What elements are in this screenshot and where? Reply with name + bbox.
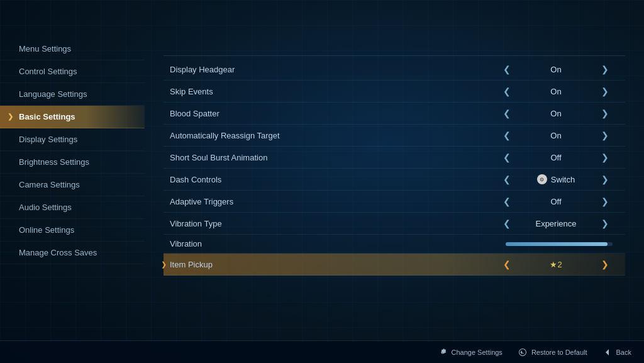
setting-row-adaptive-triggers: Adaptive Triggers❮Off❯ xyxy=(164,191,625,213)
bottom-action-label-restore-default: Restore to Default xyxy=(531,349,587,356)
arrow-left-blood-spatter[interactable]: ❮ xyxy=(499,107,514,120)
switch-icon: ⊙ xyxy=(537,174,547,184)
setting-label-vibration-type: Vibration Type xyxy=(170,219,358,228)
setting-value-skip-events: On xyxy=(525,87,587,96)
setting-label-display-headgear: Display Headgear xyxy=(170,65,358,74)
setting-control-item-pickup: ❮★2❯ xyxy=(493,258,619,271)
arrow-left-dash-controls[interactable]: ❮ xyxy=(499,173,514,186)
restore-icon xyxy=(518,347,528,357)
sidebar-item-manage-cross-saves[interactable]: Manage Cross Saves xyxy=(0,242,145,264)
sidebar-item-menu-settings[interactable]: Menu Settings xyxy=(0,38,145,60)
arrow-right-display-headgear[interactable]: ❯ xyxy=(597,63,613,75)
setting-control-blood-spatter: ❮On❯ xyxy=(493,107,619,120)
setting-control-dash-controls: ❮⊙Switch❯ xyxy=(493,173,619,186)
setting-value-vibration-type: Experience xyxy=(525,219,587,228)
setting-label-short-soul-burst: Short Soul Burst Animation xyxy=(170,153,358,162)
setting-row-auto-reassign: Automatically Reassign Target❮On❯ xyxy=(164,125,625,147)
setting-control-vibration-type: ❮Experience❯ xyxy=(493,217,619,230)
setting-row-short-soul-burst: Short Soul Burst Animation❮Off❯ xyxy=(164,147,625,169)
sidebar-item-basic-settings[interactable]: Basic Settings xyxy=(0,106,145,128)
setting-label-dash-controls: Dash Controls xyxy=(170,175,358,184)
setting-control-short-soul-burst: ❮Off❯ xyxy=(493,151,619,164)
setting-control-skip-events: ❮On❯ xyxy=(493,85,619,98)
bottom-action-change-settings[interactable]: Change Settings xyxy=(438,347,502,357)
arrow-right-dash-controls[interactable]: ❯ xyxy=(597,173,613,186)
setting-label-blood-spatter: Blood Spatter xyxy=(170,109,358,118)
setting-control-adaptive-triggers: ❮Off❯ xyxy=(493,195,619,208)
sidebar-item-language-settings[interactable]: Language Settings xyxy=(0,83,145,106)
setting-label-vibration: Vibration xyxy=(170,239,358,249)
arrow-left-item-pickup[interactable]: ❮ xyxy=(499,258,514,271)
setting-label-skip-events: Skip Events xyxy=(170,87,358,96)
setting-label-adaptive-triggers: Adaptive Triggers xyxy=(170,197,358,206)
setting-control-auto-reassign: ❮On❯ xyxy=(493,129,619,142)
main-content: Display Headgear❮On❯Skip Events❮On❯Blood… xyxy=(151,31,638,338)
setting-value-adaptive-triggers: Off xyxy=(525,197,587,206)
arrow-right-blood-spatter[interactable]: ❯ xyxy=(597,107,613,120)
arrow-left-short-soul-burst[interactable]: ❮ xyxy=(499,151,514,164)
setting-label-item-pickup: Item Pickup xyxy=(170,260,358,269)
arrow-right-item-pickup[interactable]: ❯ xyxy=(597,258,613,271)
setting-label-auto-reassign: Automatically Reassign Target xyxy=(170,131,358,140)
bottom-bar: Change SettingsRestore to DefaultBack xyxy=(0,340,644,363)
setting-row-display-headgear: Display Headgear❮On❯ xyxy=(164,59,625,81)
setting-control-vibration xyxy=(493,242,619,246)
sidebar: Menu SettingsControl SettingsLanguage Se… xyxy=(0,31,145,338)
arrow-left-vibration-type[interactable]: ❮ xyxy=(499,217,514,230)
sidebar-item-online-settings[interactable]: Online Settings xyxy=(0,219,145,242)
star-value: ★2 xyxy=(550,260,562,269)
sidebar-item-control-settings[interactable]: Control Settings xyxy=(0,60,145,83)
arrow-left-display-headgear[interactable]: ❮ xyxy=(499,63,514,75)
bottom-action-restore-default[interactable]: Restore to Default xyxy=(518,347,587,357)
back-icon xyxy=(602,347,613,357)
arrow-right-auto-reassign[interactable]: ❯ xyxy=(597,129,613,142)
bottom-action-label-change-settings: Change Settings xyxy=(452,349,502,356)
sidebar-item-display-settings[interactable]: Display Settings xyxy=(0,128,145,151)
setting-value-display-headgear: On xyxy=(525,65,587,74)
sidebar-item-audio-settings[interactable]: Audio Settings xyxy=(0,196,145,219)
arrow-right-short-soul-burst[interactable]: ❯ xyxy=(597,151,613,164)
arrow-left-adaptive-triggers[interactable]: ❮ xyxy=(499,195,514,208)
vibration-slider[interactable] xyxy=(506,242,613,246)
arrow-right-adaptive-triggers[interactable]: ❯ xyxy=(597,195,613,208)
arrow-left-auto-reassign[interactable]: ❮ xyxy=(499,129,514,142)
arrow-left-skip-events[interactable]: ❮ xyxy=(499,85,514,98)
setting-value-item-pickup: ★2 xyxy=(525,260,587,269)
sidebar-item-brightness-settings[interactable]: Brightness Settings xyxy=(0,151,145,174)
setting-row-skip-events: Skip Events❮On❯ xyxy=(164,81,625,103)
setting-row-blood-spatter: Blood Spatter❮On❯ xyxy=(164,103,625,125)
bottom-action-label-back: Back xyxy=(616,349,631,356)
setting-row-vibration-type: Vibration Type❮Experience❯ xyxy=(164,213,625,235)
setting-value-dash-controls: ⊙Switch xyxy=(525,174,587,184)
arrow-right-skip-events[interactable]: ❯ xyxy=(597,85,613,98)
description-bar xyxy=(164,38,625,56)
gear-icon xyxy=(438,347,448,357)
settings-table: Display Headgear❮On❯Skip Events❮On❯Blood… xyxy=(164,59,625,276)
setting-value-auto-reassign: On xyxy=(525,131,587,140)
arrow-right-vibration-type[interactable]: ❯ xyxy=(597,217,613,230)
sidebar-item-camera-settings[interactable]: Camera Settings xyxy=(0,174,145,196)
setting-row-dash-controls: Dash Controls❮⊙Switch❯ xyxy=(164,169,625,191)
setting-value-short-soul-burst: Off xyxy=(525,153,587,162)
setting-row-item-pickup: Item Pickup❮★2❯ xyxy=(164,254,625,276)
setting-control-display-headgear: ❮On❯ xyxy=(493,63,619,75)
setting-value-blood-spatter: On xyxy=(525,109,587,118)
setting-row-vibration: Vibration xyxy=(164,235,625,254)
bottom-action-back[interactable]: Back xyxy=(602,347,631,357)
